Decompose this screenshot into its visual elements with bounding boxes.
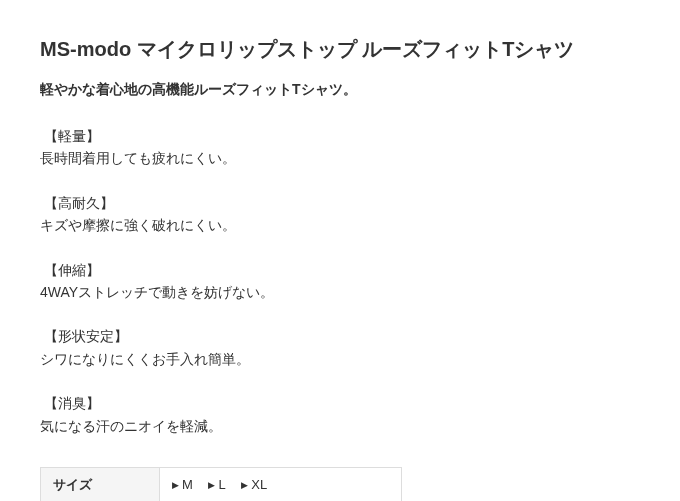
product-title: MS-modo マイクロリップストップ ルーズフィットTシャツ [40,35,640,63]
product-subtitle: 軽やかな着心地の高機能ルーズフィットTシャツ。 [40,81,640,99]
size-option: M [172,476,193,494]
spec-table: サイズ M L XL カラー ブラック, オリーブ [40,467,402,501]
feature-label: 【伸縮】 [40,259,640,281]
feature-item: 【高耐久】 キズや摩擦に強く破れにくい。 [40,192,640,237]
spec-size-label: サイズ [41,467,160,501]
feature-desc: 長時間着用しても疲れにくい。 [40,147,640,169]
spec-size-value: M L XL [160,467,402,501]
feature-desc: 4WAYストレッチで動きを妨げない。 [40,281,640,303]
feature-desc: 気になる汗のニオイを軽減。 [40,415,640,437]
feature-item: 【消臭】 気になる汗のニオイを軽減。 [40,392,640,437]
table-row: サイズ M L XL [41,467,402,501]
feature-desc: シワになりにくくお手入れ簡単。 [40,348,640,370]
feature-item: 【伸縮】 4WAYストレッチで動きを妨げない。 [40,259,640,304]
feature-label: 【消臭】 [40,392,640,414]
size-option: XL [241,476,267,494]
feature-item: 【軽量】 長時間着用しても疲れにくい。 [40,125,640,170]
size-option: L [208,476,225,494]
feature-label: 【高耐久】 [40,192,640,214]
feature-item: 【形状安定】 シワになりにくくお手入れ簡単。 [40,325,640,370]
feature-label: 【形状安定】 [40,325,640,347]
feature-desc: キズや摩擦に強く破れにくい。 [40,214,640,236]
feature-label: 【軽量】 [40,125,640,147]
feature-list: 【軽量】 長時間着用しても疲れにくい。 【高耐久】 キズや摩擦に強く破れにくい。… [40,125,640,437]
